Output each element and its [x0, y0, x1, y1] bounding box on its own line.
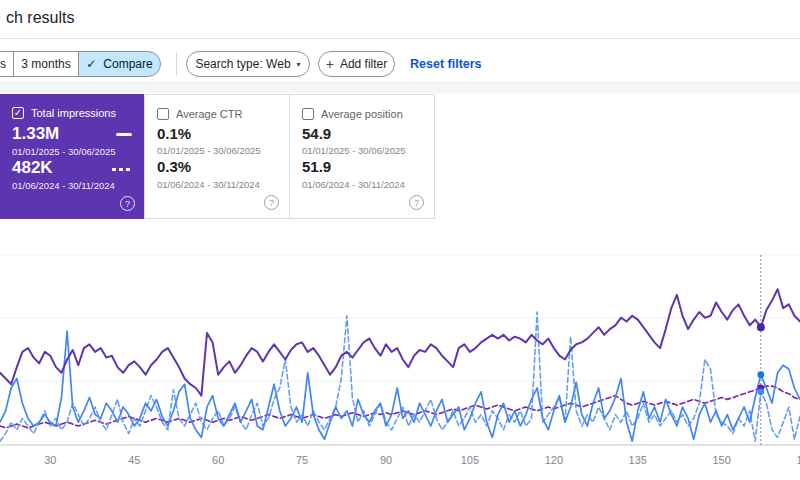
page-title: ch results	[6, 9, 74, 27]
date-range-current: 01/01/2025 - 30/06/2025	[157, 145, 261, 156]
svg-text:90: 90	[380, 454, 392, 466]
segment-label: 3 months	[21, 57, 70, 71]
date-range-previous: 01/06/2024 - 30/11/2024	[302, 179, 405, 190]
add-filter-button[interactable]: + Add filter	[318, 51, 395, 77]
metric-value-current: 54.9	[302, 125, 331, 142]
metric-card-average-position[interactable]: Average position 54.9 01/01/2025 - 30/06…	[289, 94, 435, 219]
svg-text:30: 30	[44, 454, 56, 466]
help-icon[interactable]: ?	[264, 195, 279, 210]
date-range-current: 01/01/2025 - 30/06/2025	[302, 145, 406, 156]
svg-text:150: 150	[712, 454, 730, 466]
solid-line-legend-icon	[116, 133, 132, 136]
metric-card-title: Total impressions	[31, 107, 116, 119]
checkbox-checked-icon[interactable]: ✓	[12, 107, 24, 119]
svg-text:135: 135	[629, 454, 647, 466]
metric-value-previous: 0.3%	[157, 158, 191, 175]
search-type-dropdown[interactable]: Search type: Web ▾	[186, 51, 310, 77]
svg-text:75: 75	[296, 454, 308, 466]
dashed-line-legend-icon	[112, 168, 132, 171]
metric-card-total-impressions[interactable]: ✓ Total impressions 1.33M 01/01/2025 - 3…	[0, 94, 145, 219]
reset-filters-link[interactable]: Reset filters	[410, 57, 482, 71]
metric-value-previous: 482K	[12, 158, 53, 178]
add-filter-label: Add filter	[340, 57, 387, 71]
metric-value-current: 1.33M	[12, 124, 59, 144]
filter-bar: rs 3 months ✓ Compare Search type: Web ▾…	[0, 51, 800, 78]
performance-chart[interactable]: 3045607590105120135150165	[0, 250, 800, 480]
compare-toggle[interactable]: ✓ Compare	[78, 51, 161, 77]
svg-text:120: 120	[545, 454, 563, 466]
segment-label: Compare	[103, 57, 152, 71]
date-range-previous: 01/06/2024 - 30/11/2024	[12, 180, 115, 191]
date-range-segment-3-months[interactable]: 3 months	[13, 51, 79, 77]
search-type-label: Search type: Web	[195, 57, 290, 71]
help-icon[interactable]: ?	[120, 196, 135, 211]
search-console-performance-page: ch results rs 3 months ✓ Compare Search …	[0, 0, 800, 480]
date-range-previous: 01/06/2024 - 30/11/2024	[157, 179, 260, 190]
date-range-segment-partial[interactable]: rs	[0, 51, 14, 77]
segment-label: rs	[0, 57, 6, 71]
checkbox-unchecked-icon[interactable]	[157, 108, 169, 120]
metric-card-title: Average position	[321, 108, 403, 120]
metric-value-current: 0.1%	[157, 125, 191, 142]
checkmark-icon: ✓	[86, 57, 96, 71]
svg-text:60: 60	[212, 454, 224, 466]
header-divider	[0, 38, 800, 39]
metric-card-title: Average CTR	[176, 108, 242, 120]
metric-card-average-ctr[interactable]: Average CTR 0.1% 01/01/2025 - 30/06/2025…	[144, 94, 290, 219]
checkbox-unchecked-icon[interactable]	[302, 108, 314, 120]
svg-text:45: 45	[128, 454, 140, 466]
date-range-current: 01/01/2025 - 30/06/2025	[12, 146, 116, 157]
cards-top-strip	[0, 81, 800, 93]
metric-value-previous: 51.9	[302, 158, 331, 175]
help-icon[interactable]: ?	[409, 195, 424, 210]
plus-icon: +	[326, 56, 334, 72]
svg-text:105: 105	[461, 454, 479, 466]
svg-text:165: 165	[796, 454, 800, 466]
filter-bar-divider	[176, 53, 177, 75]
chevron-down-icon: ▾	[297, 60, 301, 69]
